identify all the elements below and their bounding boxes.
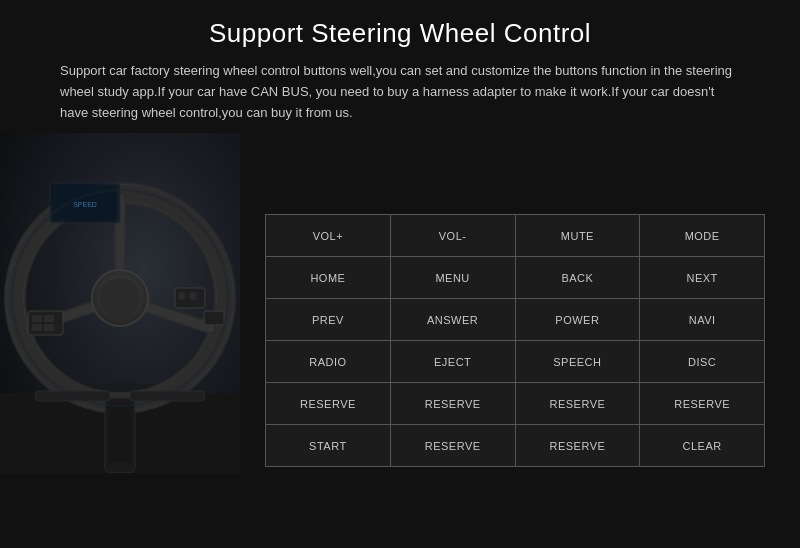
table-cell: MUTE — [515, 215, 640, 257]
svg-text:SPEED: SPEED — [73, 201, 97, 208]
table-cell: SPEECH — [515, 341, 640, 383]
table-cell: RESERVE — [515, 425, 640, 467]
table-cell: RESERVE — [515, 383, 640, 425]
table-cell: EJECT — [390, 341, 515, 383]
table-cell: RESERVE — [266, 383, 391, 425]
table-row: STARTRESERVERESERVECLEAR — [266, 425, 765, 467]
table-cell: BACK — [515, 257, 640, 299]
svg-rect-17 — [204, 311, 224, 325]
table-cell: MENU — [390, 257, 515, 299]
steering-wheel-visual: SPEED — [0, 133, 240, 548]
table-cell: PREV — [266, 299, 391, 341]
svg-rect-11 — [44, 315, 54, 322]
page-title: Support Steering Wheel Control — [30, 18, 770, 49]
page-wrapper: Support Steering Wheel Control Support c… — [0, 0, 800, 548]
table-cell: ANSWER — [390, 299, 515, 341]
table-cell: POWER — [515, 299, 640, 341]
right-panel: VOL+VOL-MUTEMODEHOMEMENUBACKNEXTPREVANSW… — [240, 133, 800, 548]
table-cell: VOL+ — [266, 215, 391, 257]
table-cell: HOME — [266, 257, 391, 299]
table-cell: DISC — [640, 341, 765, 383]
svg-rect-10 — [32, 315, 42, 322]
svg-rect-19 — [108, 403, 132, 463]
content-area: SPEED VOL+VOL-MUTEMODEHOMEMENUBACKNEXTPR… — [0, 133, 800, 548]
description-text: Support car factory steering wheel contr… — [60, 61, 740, 123]
table-cell: NAVI — [640, 299, 765, 341]
table-cell: RADIO — [266, 341, 391, 383]
table-row: RADIOEJECTSPEECHDISC — [266, 341, 765, 383]
table-cell: RESERVE — [390, 425, 515, 467]
svg-point-15 — [178, 292, 186, 300]
table-cell: VOL- — [390, 215, 515, 257]
table-row: RESERVERESERVERESERVERESERVE — [266, 383, 765, 425]
svg-rect-13 — [44, 324, 54, 331]
svg-point-16 — [189, 292, 197, 300]
table-cell: CLEAR — [640, 425, 765, 467]
controls-table: VOL+VOL-MUTEMODEHOMEMENUBACKNEXTPREVANSW… — [265, 214, 765, 467]
svg-rect-9 — [28, 311, 63, 335]
table-cell: RESERVE — [640, 383, 765, 425]
table-row: PREVANSWERPOWERNAVI — [266, 299, 765, 341]
table-row: VOL+VOL-MUTEMODE — [266, 215, 765, 257]
left-panel: SPEED — [0, 133, 240, 548]
header-section: Support Steering Wheel Control Support c… — [0, 0, 800, 133]
svg-rect-12 — [32, 324, 42, 331]
table-row: HOMEMENUBACKNEXT — [266, 257, 765, 299]
table-cell: RESERVE — [390, 383, 515, 425]
svg-point-8 — [100, 278, 140, 318]
table-cell: MODE — [640, 215, 765, 257]
table-cell: START — [266, 425, 391, 467]
table-cell: NEXT — [640, 257, 765, 299]
